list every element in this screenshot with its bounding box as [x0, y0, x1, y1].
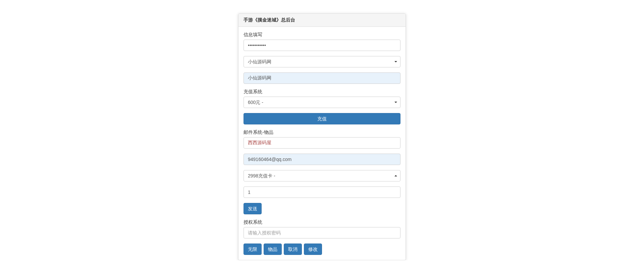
select1-wrapper: 小仙源码网 — [244, 56, 400, 67]
recharge-button[interactable]: 充值 — [244, 113, 400, 124]
mail-section: 邮件系统-物品 — [244, 129, 400, 149]
item-button[interactable]: 物品 — [264, 244, 282, 255]
mail-email-wrapper — [244, 154, 400, 165]
unlimited-button[interactable]: 无限 — [244, 244, 262, 255]
caret-down-icon — [394, 61, 397, 62]
modify-button[interactable]: 修改 — [304, 244, 322, 255]
panel-header: 手游《摸金迷城》总后台 — [238, 14, 406, 27]
info-section: 信息填写 — [244, 32, 400, 51]
auth-section: 授权系统 — [244, 219, 400, 238]
recharge-button-wrapper: 充值 — [244, 113, 400, 124]
mail-quantity-input[interactable] — [244, 186, 400, 198]
mail-item-select-wrapper: 2998充值卡 - — [244, 170, 400, 181]
recharge-select-wrapper: 600元 - — [244, 97, 400, 108]
recharge-section: 充值系统 600元 - — [244, 89, 400, 108]
recharge-amount-dropdown[interactable]: 600元 - — [244, 97, 400, 108]
select1-dropdown[interactable]: 小仙源码网 — [244, 56, 400, 67]
mail-sender-input[interactable] — [244, 137, 400, 149]
cancel-button[interactable]: 取消 — [284, 244, 302, 255]
mail-item-dropdown[interactable]: 2998充值卡 - — [244, 170, 400, 181]
admin-panel: 手游《摸金迷城》总后台 信息填写 小仙源码网 充值系统 600元 - 充值 — [238, 13, 406, 260]
mail-quantity-wrapper — [244, 186, 400, 198]
caret-up-icon — [394, 175, 397, 176]
auth-button-row: 无限 物品 取消 修改 — [244, 244, 400, 255]
mail-section-label: 邮件系统-物品 — [244, 129, 400, 136]
mail-email-input[interactable] — [244, 154, 400, 165]
readonly-name-input[interactable] — [244, 72, 400, 84]
mail-send-wrapper: 发送 — [244, 203, 400, 214]
info-section-label: 信息填写 — [244, 32, 400, 38]
send-button[interactable]: 发送 — [244, 203, 262, 214]
recharge-section-label: 充值系统 — [244, 89, 400, 95]
password-input[interactable] — [244, 40, 400, 51]
caret-down-icon — [394, 102, 397, 103]
panel-body: 信息填写 小仙源码网 充值系统 600元 - 充值 邮件系统-物品 — [238, 27, 406, 260]
auth-section-label: 授权系统 — [244, 219, 400, 225]
readonly1-wrapper — [244, 72, 400, 84]
panel-title: 手游《摸金迷城》总后台 — [244, 17, 400, 23]
auth-password-input[interactable] — [244, 227, 400, 238]
